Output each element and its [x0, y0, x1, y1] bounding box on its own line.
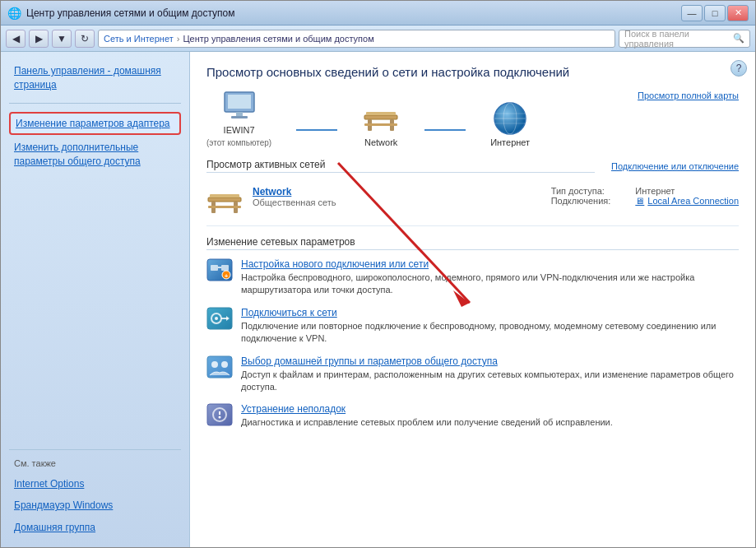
titlebar: 🌐 Центр управления сетями и общим доступ… — [1, 1, 755, 26]
new-connection-link[interactable]: Настройка нового подключения или сети — [241, 258, 739, 270]
sidebar-item-internet-options[interactable]: Internet Options — [9, 475, 181, 494]
main-window: 🌐 Центр управления сетями и общим доступ… — [0, 0, 756, 548]
back-button[interactable]: ◀ — [6, 30, 26, 48]
new-connection-content: Настройка нового подключения или сети На… — [241, 258, 739, 297]
breadcrumb-current: Центр управления сетями и общим доступом — [183, 34, 373, 44]
settings-item-connect: Подключиться к сети Подключение или повт… — [206, 307, 739, 346]
settings-item-troubleshoot: Устранение неполадок Диагностика и испра… — [206, 403, 739, 429]
computer-label: IEWIN7 — [224, 125, 255, 135]
svg-point-27 — [215, 317, 218, 320]
refresh-button[interactable]: ↻ — [75, 30, 95, 48]
homegroup-desc: Доступ к файлам и принтерам, расположенн… — [241, 369, 734, 392]
svg-point-32 — [221, 361, 228, 368]
connection-name: Local Area Connection — [647, 196, 739, 206]
network-name[interactable]: Network — [253, 186, 291, 197]
svg-rect-14 — [208, 197, 241, 202]
breadcrumb-bar: Сеть и Интернет › Центр управления сетям… — [98, 30, 615, 48]
svg-rect-8 — [364, 123, 397, 126]
new-connection-icon: + — [206, 258, 233, 281]
access-type-value: Интернет — [635, 186, 739, 196]
close-button[interactable]: ✕ — [727, 5, 749, 21]
computer-sublabel: (этот компьютер) — [206, 138, 271, 147]
forward-button[interactable]: ▶ — [29, 30, 49, 48]
search-bar[interactable]: Поиск в панели управления 🔍 — [619, 30, 750, 48]
sidebar: Панель управления - домашняя страница Из… — [1, 52, 190, 547]
sidebar-home[interactable]: Панель управления - домашняя страница — [9, 62, 181, 95]
breadcrumb-root[interactable]: Сеть и Интернет — [104, 34, 174, 44]
network-type: Общественная сеть — [253, 197, 541, 207]
dropdown-button[interactable]: ▼ — [52, 30, 72, 48]
access-type-label: Тип доступа: — [551, 186, 611, 196]
main-area: Панель управления - домашняя страница Из… — [1, 52, 755, 547]
network-info: Network Общественная сеть — [253, 186, 541, 207]
svg-rect-3 — [231, 116, 248, 118]
svg-rect-1 — [228, 95, 251, 109]
settings-item-new-connection: + Настройка нового подключения или сети … — [206, 258, 739, 297]
connector-2 — [424, 129, 466, 131]
sidebar-item-homegroup[interactable]: Домашняя группа — [9, 518, 181, 537]
connect-content: Подключиться к сети Подключение или повт… — [241, 307, 739, 346]
sidebar-item-firewall[interactable]: Брандмауэр Windows — [9, 496, 181, 515]
network-map: IEWIN7 (этот компьютер) — [206, 91, 739, 147]
troubleshoot-content: Устранение неполадок Диагностика и испра… — [241, 403, 613, 429]
svg-text:+: + — [225, 272, 229, 280]
sidebar-divider-2 — [9, 449, 181, 450]
homegroup-content: Выбор домашней группы и параметров общег… — [241, 355, 739, 394]
network-label: Network — [364, 137, 397, 147]
addressbar: ◀ ▶ ▼ ↻ Сеть и Интернет › Центр управлен… — [1, 26, 755, 52]
map-node-network: Network — [362, 103, 400, 147]
search-placeholder: Поиск в панели управления — [624, 29, 730, 49]
window-icon: 🌐 — [7, 7, 21, 20]
minimize-button[interactable]: — — [681, 5, 703, 21]
active-networks-section: Просмотр активных сетей Подключение или … — [206, 159, 739, 226]
troubleshoot-icon — [206, 403, 233, 426]
internet-label: Интернет — [490, 137, 530, 147]
troubleshoot-desc: Диагностика и исправление сетевых пробле… — [241, 417, 613, 427]
internet-icon — [491, 103, 529, 134]
svg-rect-21 — [221, 265, 229, 271]
change-settings-section: Изменение сетевых параметров + — [206, 236, 739, 430]
network-item: Network Общественная сеть Тип доступа: П… — [206, 179, 739, 226]
connections-label: Подключения: — [551, 196, 611, 206]
troubleshoot-link[interactable]: Устранение неполадок — [241, 403, 613, 415]
connect-link[interactable]: Подключиться к сети — [241, 307, 739, 318]
page-title: Просмотр основных сведений о сети и наст… — [206, 65, 739, 79]
sidebar-adapter[interactable]: Изменение параметров адаптера — [9, 112, 181, 136]
svg-rect-2 — [236, 112, 243, 116]
titlebar-controls: — □ ✕ — [681, 5, 749, 21]
svg-rect-18 — [208, 206, 241, 208]
map-node-computer: IEWIN7 (этот компьютер) — [206, 91, 271, 147]
active-networks-header: Просмотр активных сетей Подключение или … — [206, 159, 739, 173]
svg-rect-4 — [364, 115, 397, 119]
change-settings-title: Изменение сетевых параметров — [206, 236, 739, 250]
svg-rect-20 — [211, 265, 218, 271]
active-networks-title: Просмотр активных сетей — [206, 159, 595, 173]
sidebar-also-label: См. также — [9, 458, 181, 468]
homegroup-link[interactable]: Выбор домашней группы и параметров общег… — [241, 355, 739, 367]
connect-disconnect-link[interactable]: Подключение или отключение — [611, 161, 739, 171]
sidebar-spacer — [9, 174, 181, 441]
connections-value[interactable]: 🖥 Local Area Connection — [635, 196, 739, 206]
new-connection-desc: Настройка беспроводного, широкополосного… — [241, 272, 694, 295]
svg-point-36 — [219, 416, 221, 419]
svg-rect-17 — [210, 194, 239, 197]
search-icon: 🔍 — [733, 33, 744, 44]
connect-icon — [206, 307, 233, 330]
content-area: ? Просмотр основных сведений о сети и на… — [190, 52, 755, 547]
network-item-icon — [206, 186, 243, 216]
network-icon — [362, 103, 400, 134]
sidebar-divider-1 — [9, 103, 181, 104]
help-button[interactable]: ? — [730, 60, 747, 77]
settings-item-homegroup: Выбор домашней группы и параметров общег… — [206, 355, 739, 394]
homegroup-icon — [206, 355, 233, 378]
network-adapter-icon: 🖥 — [635, 196, 644, 206]
titlebar-left: 🌐 Центр управления сетями и общим доступ… — [7, 7, 235, 20]
sidebar-advanced[interactable]: Изменить дополнительные параметры общего… — [9, 138, 181, 171]
access-values-row: Интернет 🖥 Local Area Connection — [635, 186, 739, 206]
titlebar-title: Центр управления сетями и общим доступом — [26, 7, 235, 19]
map-node-internet: Интернет — [490, 103, 530, 147]
connect-desc: Подключение или повторное подключение к … — [241, 321, 716, 343]
maximize-button[interactable]: □ — [704, 5, 726, 21]
svg-point-31 — [211, 361, 218, 368]
view-full-map-link[interactable]: Просмотр полной карты — [638, 91, 739, 100]
